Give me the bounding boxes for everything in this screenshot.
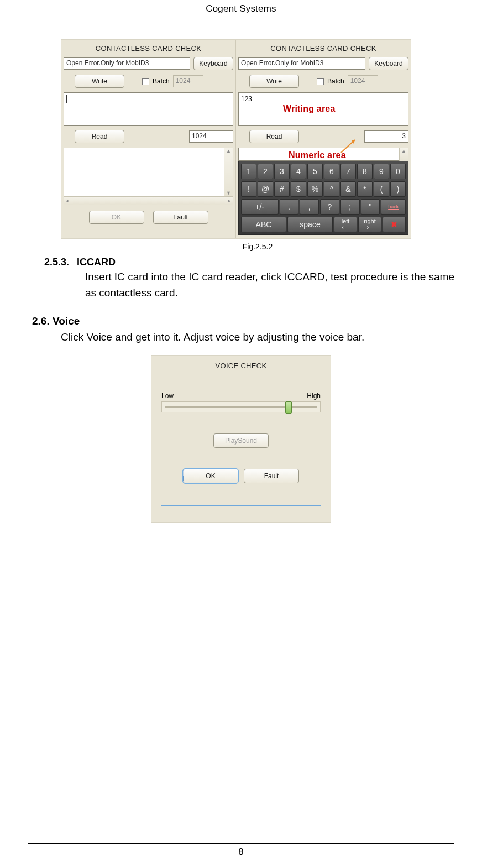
- key-sym[interactable]: ?: [320, 199, 339, 215]
- read-button[interactable]: Read: [75, 130, 124, 143]
- writing-textarea[interactable]: [64, 92, 233, 126]
- key-sym[interactable]: ): [390, 181, 406, 197]
- voice-slider[interactable]: [161, 401, 321, 412]
- key-sym[interactable]: %: [307, 181, 323, 197]
- fault-button[interactable]: Fault: [244, 469, 299, 483]
- key-1[interactable]: 1: [241, 164, 256, 179]
- read-value[interactable]: 1024: [189, 130, 233, 143]
- key-6[interactable]: 6: [324, 164, 339, 179]
- key-left[interactable]: left⇐: [334, 217, 357, 232]
- key-sym[interactable]: .: [280, 199, 299, 215]
- key-sym[interactable]: ✖: [383, 217, 406, 232]
- key-3[interactable]: 3: [274, 164, 290, 179]
- onscreen-keyboard: 1234567890 !@#$%^&*() +/-.,?;"back ABCsp…: [238, 161, 408, 235]
- slider-label-high: High: [307, 392, 321, 400]
- batch-label: Batch: [327, 77, 344, 85]
- batch-value[interactable]: 1024: [348, 75, 378, 87]
- voice-check-panel: VOICE CHECK Low High PlaySound OK Fault: [151, 355, 331, 523]
- figure-caption: Fig.2.5.2: [61, 242, 454, 251]
- scrollbar-vertical[interactable]: ▲: [399, 148, 408, 161]
- numeric-area-annotation: Numeric area: [289, 150, 346, 160]
- scrollbar-horizontal[interactable]: ◂▸: [64, 196, 233, 205]
- key-symsymsym[interactable]: +/-: [241, 199, 279, 215]
- ok-button[interactable]: OK: [183, 469, 238, 483]
- contactless-panel-right: CONTACTLESS CARD CHECK Open Error.Only f…: [236, 40, 411, 238]
- key-sym[interactable]: @: [258, 181, 273, 197]
- write-button[interactable]: Write: [249, 75, 299, 88]
- ok-button[interactable]: OK: [89, 211, 144, 224]
- contactless-panel-left: CONTACTLESS CARD CHECK Open Error.Only f…: [61, 40, 236, 238]
- read-value[interactable]: 3: [364, 130, 408, 143]
- page-header: Cogent Systems: [28, 0, 454, 17]
- key-sym[interactable]: (: [374, 181, 389, 197]
- write-button[interactable]: Write: [75, 75, 124, 88]
- scrollbar-vertical[interactable]: ▲▼: [224, 148, 233, 196]
- page-number: 8: [28, 843, 454, 857]
- batch-checkbox[interactable]: [317, 78, 324, 85]
- batch-value[interactable]: 1024: [173, 75, 203, 87]
- key-sym[interactable]: ^: [324, 181, 339, 197]
- key-5[interactable]: 5: [307, 164, 323, 179]
- status-field[interactable]: Open Error.Only for MobID3: [238, 57, 365, 70]
- key-back[interactable]: back: [381, 199, 406, 215]
- key-2[interactable]: 2: [258, 164, 273, 179]
- slider-thumb[interactable]: [285, 401, 292, 414]
- key-8[interactable]: 8: [357, 164, 373, 179]
- key-sym[interactable]: $: [291, 181, 306, 197]
- batch-label: Batch: [153, 77, 170, 85]
- key-sym[interactable]: ,: [300, 199, 319, 215]
- key-sym[interactable]: ;: [340, 199, 360, 215]
- section-2-6-body: Click Voice and get into it. Adjust voic…: [61, 330, 454, 346]
- section-2-5-3-body: Insert IC card into the IC card reader, …: [85, 269, 454, 301]
- writing-value: 123: [241, 95, 252, 103]
- section-2-5-3-heading: 2.5.3.ICCARD: [44, 257, 454, 268]
- slider-label-low: Low: [161, 392, 174, 400]
- panel-title: CONTACTLESS CARD CHECK: [238, 44, 408, 53]
- key-7[interactable]: 7: [340, 164, 356, 179]
- key-4[interactable]: 4: [291, 164, 306, 179]
- key-sym[interactable]: &: [340, 181, 356, 197]
- panel-title: CONTACTLESS CARD CHECK: [64, 44, 233, 53]
- section-2-6-heading: 2.6. Voice: [32, 315, 454, 327]
- voice-title: VOICE CHECK: [161, 362, 321, 370]
- keyboard-button[interactable]: Keyboard: [369, 57, 408, 70]
- key-0[interactable]: 0: [390, 164, 406, 179]
- writing-area-annotation: Writing area: [283, 104, 336, 114]
- figure-2-5-2: CONTACTLESS CARD CHECK Open Error.Only f…: [61, 39, 454, 251]
- batch-checkbox[interactable]: [142, 78, 149, 85]
- read-list[interactable]: ▲▼: [64, 148, 233, 196]
- fault-button[interactable]: Fault: [153, 211, 208, 224]
- writing-textarea[interactable]: 123 Writing area: [238, 92, 408, 126]
- key-sym[interactable]: *: [357, 181, 373, 197]
- key-sym[interactable]: ": [361, 199, 380, 215]
- playsound-button[interactable]: PlaySound: [213, 433, 269, 448]
- keyboard-button[interactable]: Keyboard: [193, 57, 233, 70]
- key-sym[interactable]: #: [274, 181, 290, 197]
- read-button[interactable]: Read: [249, 130, 299, 143]
- key-space[interactable]: space: [287, 217, 333, 232]
- key-sym[interactable]: !: [241, 181, 256, 197]
- key-9[interactable]: 9: [374, 164, 389, 179]
- key-right[interactable]: right⇒: [358, 217, 381, 232]
- status-field[interactable]: Open Error.Only for MobID3: [64, 57, 190, 70]
- key-ABC[interactable]: ABC: [241, 217, 286, 232]
